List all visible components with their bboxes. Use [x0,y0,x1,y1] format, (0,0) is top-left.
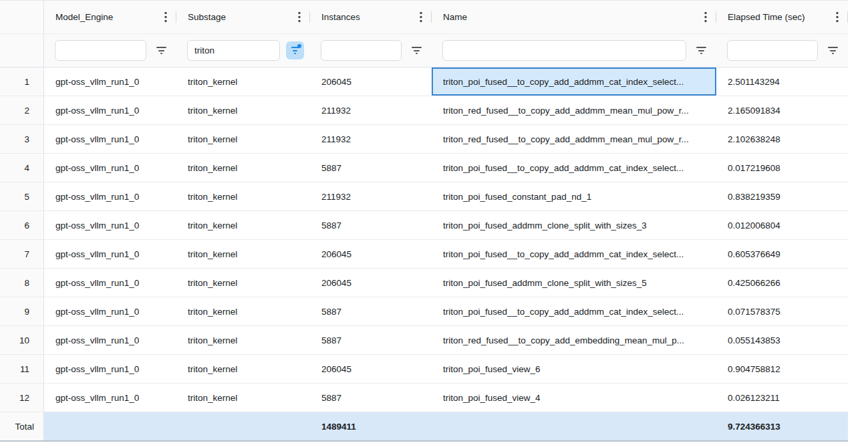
cell-instances[interactable]: 5887 [310,326,432,354]
cell-elapsed[interactable]: 0.605376649 [716,240,848,268]
cell-substage[interactable]: triton_kernel [176,384,310,412]
filter-cell-elapsed-time [716,34,848,67]
cell-model-engine[interactable]: gpt-oss_vllm_run1_0 [44,384,176,412]
cell-substage[interactable]: triton_kernel [176,269,310,297]
cell-name[interactable]: triton_poi_fused__to_copy_add_addmm_cat_… [432,240,716,268]
column-header-substage[interactable]: Substage [176,1,310,33]
cell-name[interactable]: triton_poi_fused_addmm_clone_split_with_… [432,211,716,239]
selected-cell[interactable]: triton_poi_fused__to_copy_add_addmm_cat_… [432,67,716,96]
cell-elapsed[interactable]: 0.838219359 [716,182,848,210]
row-number: 4 [0,154,44,182]
cell-instances[interactable]: 206045 [310,269,432,297]
cell-elapsed[interactable]: 0.425066266 [716,269,848,297]
active-filter-dot [297,44,301,48]
kebab-menu-icon[interactable] [704,11,707,23]
cell-elapsed[interactable]: 0.026123211 [716,384,848,412]
cell-name[interactable]: triton_red_fused__to_copy_add_addmm_mean… [432,96,716,124]
cell-instances[interactable]: 206045 [310,67,432,96]
cell-name[interactable]: triton_poi_fused__to_copy_add_addmm_cat_… [432,297,716,325]
filter-cell-name [432,34,716,67]
cell-name[interactable]: triton_poi_fused_view_6 [432,355,716,383]
kebab-menu-icon[interactable] [164,11,167,23]
cell-model-engine[interactable]: gpt-oss_vllm_run1_0 [44,297,176,325]
column-header-name[interactable]: Name [432,1,716,33]
cell-substage[interactable]: triton_kernel [176,240,310,268]
filter-icon[interactable] [818,47,848,54]
cell-substage[interactable]: triton_kernel [176,96,310,124]
filter-icon[interactable] [146,47,176,54]
cell-name[interactable]: triton_poi_fused_addmm_clone_split_with_… [432,269,716,297]
column-resize-handle[interactable] [847,11,848,23]
cell-name[interactable]: triton_red_fused__to_copy_add_embedding_… [432,326,716,354]
cell-name[interactable]: triton_poi_fused_constant_pad_nd_1 [432,182,716,210]
total-cell-model-engine [44,412,176,440]
cell-name[interactable]: triton_red_fused__to_copy_add_addmm_mean… [432,125,716,153]
kebab-menu-icon[interactable] [298,11,301,23]
data-grid: Model_Engine Substage Instances Name [0,0,848,442]
cell-instances[interactable]: 5887 [310,297,432,325]
cell-model-engine[interactable]: gpt-oss_vllm_run1_0 [44,96,176,124]
cell-instances[interactable]: 211932 [310,125,432,153]
total-elapsed-value: 9.724366313 [716,412,848,440]
total-row-label: Total [0,412,44,440]
column-header-instances[interactable]: Instances [310,1,432,33]
cell-instances[interactable]: 5887 [310,211,432,239]
filter-input-substage[interactable] [187,40,280,61]
cell-model-engine[interactable]: gpt-oss_vllm_run1_0 [44,67,176,96]
filter-icon[interactable] [686,47,716,54]
cell-substage[interactable]: triton_kernel [176,67,310,96]
cell-elapsed[interactable]: 0.071578375 [716,297,848,325]
cell-instances[interactable]: 211932 [310,182,432,210]
cell-model-engine[interactable]: gpt-oss_vllm_run1_0 [44,240,176,268]
cell-instances[interactable]: 5887 [310,384,432,412]
cell-elapsed[interactable]: 0.012006804 [716,211,848,239]
cell-substage[interactable]: triton_kernel [176,326,310,354]
kebab-menu-icon[interactable] [836,11,839,23]
cell-instances[interactable]: 211932 [310,96,432,124]
cell-model-engine[interactable]: gpt-oss_vllm_run1_0 [44,269,176,297]
filter-funnel-icon [156,47,166,54]
cell-model-engine[interactable]: gpt-oss_vllm_run1_0 [44,326,176,354]
cell-substage[interactable]: triton_kernel [176,297,310,325]
cell-elapsed[interactable]: 0.904758812 [716,355,848,383]
cell-elapsed[interactable]: 2.165091834 [716,96,848,124]
column-header-label: Elapsed Time (sec) [728,12,805,22]
cell-substage[interactable]: triton_kernel [176,211,310,239]
cell-substage[interactable]: triton_kernel [176,154,310,182]
column-header-elapsed-time[interactable]: Elapsed Time (sec) [716,1,848,33]
cell-elapsed[interactable]: 0.055143853 [716,326,848,354]
row-number: 12 [0,384,44,412]
cell-instances[interactable]: 5887 [310,154,432,182]
cell-elapsed[interactable]: 2.102638248 [716,125,848,153]
filter-funnel-icon [828,47,838,54]
cell-model-engine[interactable]: gpt-oss_vllm_run1_0 [44,182,176,210]
cell-model-engine[interactable]: gpt-oss_vllm_run1_0 [44,211,176,239]
cell-instances[interactable]: 206045 [310,355,432,383]
active-filter-button[interactable] [286,41,304,59]
table-row: 1gpt-oss_vllm_run1_0triton_kernel206045t… [0,67,848,96]
cell-elapsed[interactable]: 0.017219608 [716,154,848,182]
cell-substage[interactable]: triton_kernel [176,182,310,210]
column-header-model-engine[interactable]: Model_Engine [44,1,176,33]
cell-name[interactable]: triton_poi_fused__to_copy_add_addmm_cat_… [432,154,716,182]
row-number: 10 [0,326,44,354]
cell-model-engine[interactable]: gpt-oss_vllm_run1_0 [44,355,176,383]
table-row: 7gpt-oss_vllm_run1_0triton_kernel206045t… [0,240,848,269]
kebab-menu-icon[interactable] [420,11,422,23]
cell-model-engine[interactable]: gpt-oss_vllm_run1_0 [44,154,176,182]
filter-input-model-engine[interactable] [55,40,146,61]
filter-input-name[interactable] [442,40,686,61]
table-row: 2gpt-oss_vllm_run1_0triton_kernel211932t… [0,96,848,125]
filter-funnel-icon [696,47,706,54]
cell-substage[interactable]: triton_kernel [176,355,310,383]
cell-name[interactable]: triton_poi_fused_view_4 [432,384,716,412]
cell-elapsed[interactable]: 2.501143294 [716,67,848,96]
cell-instances[interactable]: 206045 [310,240,432,268]
cell-substage[interactable]: triton_kernel [176,125,310,153]
cell-model-engine[interactable]: gpt-oss_vllm_run1_0 [44,125,176,153]
filter-icon[interactable] [402,47,432,54]
filter-input-elapsed-time[interactable] [727,40,818,61]
filter-input-instances[interactable] [321,40,402,61]
filter-corner [0,34,44,67]
row-number: 5 [0,182,44,210]
